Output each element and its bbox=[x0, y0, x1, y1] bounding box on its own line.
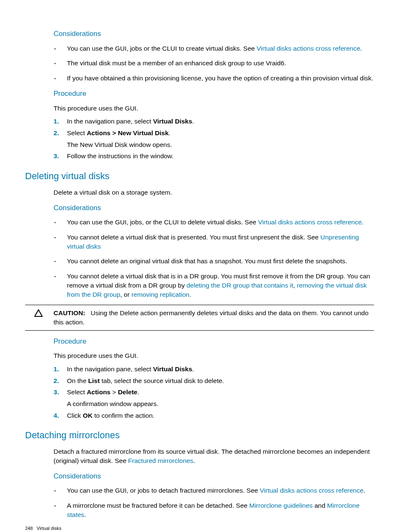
caution-label: CAUTION: bbox=[54, 309, 85, 316]
list-item: The virtual disk must be a member of an … bbox=[54, 59, 374, 68]
list-item: You can use the GUI, jobs, or the CLUI t… bbox=[54, 218, 374, 227]
text: Select bbox=[67, 129, 87, 136]
text-bold: OK bbox=[83, 412, 92, 419]
procedure-intro: This procedure uses the GUI. bbox=[54, 351, 374, 360]
procedure-steps: In the navigation pane, select Virtual D… bbox=[54, 365, 374, 420]
link-virtual-disks-actions-cross-reference[interactable]: Virtual disks actions cross reference bbox=[258, 218, 362, 226]
step: Follow the instructions in the window. bbox=[54, 152, 374, 161]
caution-text: Using the Delete action permanently dele… bbox=[54, 309, 368, 326]
step: On the List tab, select the source virtu… bbox=[54, 376, 374, 386]
text: , bbox=[293, 282, 297, 289]
link-deleting-dr-group[interactable]: deleting the DR group that contains it bbox=[187, 282, 293, 289]
text: tab, select the source virtual disk to d… bbox=[100, 377, 224, 384]
text: . bbox=[189, 291, 191, 298]
link-mirrorclone-guidelines[interactable]: Mirrorclone guidelines bbox=[249, 502, 313, 509]
step-detail: The New Virtual Disk window opens. bbox=[67, 140, 374, 149]
text: . bbox=[193, 457, 195, 464]
link-fractured-mirrorclones[interactable]: Fractured mirrorclones bbox=[128, 457, 193, 464]
text: You can use the GUI, jobs, or the CLUI t… bbox=[67, 218, 258, 226]
text: , or bbox=[120, 291, 132, 298]
text: . bbox=[84, 511, 86, 518]
text: In the navigation pane, select bbox=[67, 118, 153, 125]
list-item: You cannot delete a virtual disk that is… bbox=[54, 272, 374, 299]
text-bold: Actions bbox=[87, 388, 110, 396]
text: In the navigation pane, select bbox=[67, 365, 153, 373]
list-item: You cannot delete a virtual disk that is… bbox=[54, 233, 374, 251]
text: Click bbox=[67, 412, 83, 419]
link-virtual-disks-actions-cross-reference[interactable]: Virtual disks actions cross reference bbox=[260, 487, 363, 494]
list-item: You can use the GUI, jobs or the CLUI to… bbox=[54, 44, 374, 53]
text: A mirrorclone must be fractured before i… bbox=[67, 502, 249, 509]
text: . bbox=[360, 45, 362, 52]
text: You cannot delete a virtual disk that is… bbox=[67, 234, 320, 241]
step: In the navigation pane, select Virtual D… bbox=[54, 365, 374, 374]
text-bold: Actions > New Virtual Disk bbox=[87, 129, 169, 136]
text-bold: List bbox=[88, 377, 100, 384]
text: You can use the GUI, jobs or the CLUI to… bbox=[67, 45, 256, 52]
link-removing-replication[interactable]: removing replication bbox=[131, 291, 189, 298]
procedure-steps: In the navigation pane, select Virtual D… bbox=[54, 117, 374, 161]
link-virtual-disks-actions-cross-reference[interactable]: Virtual disks actions cross reference bbox=[256, 45, 360, 52]
page-number: 248 bbox=[25, 526, 33, 531]
text: . bbox=[169, 129, 170, 136]
caution-icon bbox=[34, 308, 43, 320]
considerations-heading: Considerations bbox=[54, 29, 374, 39]
considerations-heading: Considerations bbox=[54, 203, 374, 213]
text: and bbox=[313, 502, 327, 509]
considerations-heading: Considerations bbox=[54, 471, 374, 481]
list-item: You can use the GUI, or jobs to detach f… bbox=[54, 486, 374, 495]
list-item: If you have obtained a thin provisioning… bbox=[54, 74, 374, 83]
considerations-list: You can use the GUI, or jobs to detach f… bbox=[54, 486, 374, 519]
text: . bbox=[363, 487, 365, 494]
procedure-intro: This procedure uses the GUI. bbox=[54, 104, 374, 113]
text-bold: Delete bbox=[118, 388, 138, 396]
step-detail: A confirmation window appears. bbox=[67, 399, 374, 409]
page-footer: 248 Virtual disks bbox=[25, 525, 374, 532]
procedure-heading: Procedure bbox=[54, 337, 374, 347]
step: Select Actions > Delete. A confirmation … bbox=[54, 388, 374, 408]
text: . bbox=[362, 218, 363, 226]
text: . bbox=[192, 118, 194, 125]
considerations-list: You can use the GUI, jobs, or the CLUI t… bbox=[54, 218, 374, 299]
text: You can use the GUI, or jobs to detach f… bbox=[67, 487, 260, 494]
step: Click OK to confirm the action. bbox=[54, 411, 374, 420]
list-item: You cannot delete an original virtual di… bbox=[54, 257, 374, 266]
considerations-list: You can use the GUI, jobs or the CLUI to… bbox=[54, 44, 374, 83]
step: Select Actions > New Virtual Disk. The N… bbox=[54, 129, 374, 149]
text: Select bbox=[67, 388, 87, 396]
text: . bbox=[137, 388, 139, 396]
section-intro: Delete a virtual disk on a storage syste… bbox=[54, 188, 374, 197]
text-bold: Virtual Disks bbox=[153, 365, 192, 373]
text: to confirm the action. bbox=[92, 412, 154, 419]
text: . bbox=[192, 365, 194, 373]
text-bold: Virtual Disks bbox=[153, 118, 192, 125]
section-intro: Detach a fractured mirrorclone from its … bbox=[54, 447, 374, 465]
step: In the navigation pane, select Virtual D… bbox=[54, 117, 374, 126]
text: > bbox=[110, 388, 118, 396]
list-item: A mirrorclone must be fractured before i… bbox=[54, 501, 374, 519]
text: Detach a fractured mirrorclone from its … bbox=[54, 448, 370, 464]
text: On the bbox=[67, 377, 88, 384]
procedure-heading: Procedure bbox=[54, 89, 374, 99]
footer-title: Virtual disks bbox=[37, 526, 61, 531]
heading-deleting-virtual-disks: Deleting virtual disks bbox=[25, 170, 374, 183]
heading-detaching-mirrorclones: Detaching mirrorclones bbox=[25, 429, 374, 442]
caution-box: CAUTION: Using the Delete action permane… bbox=[25, 305, 374, 330]
